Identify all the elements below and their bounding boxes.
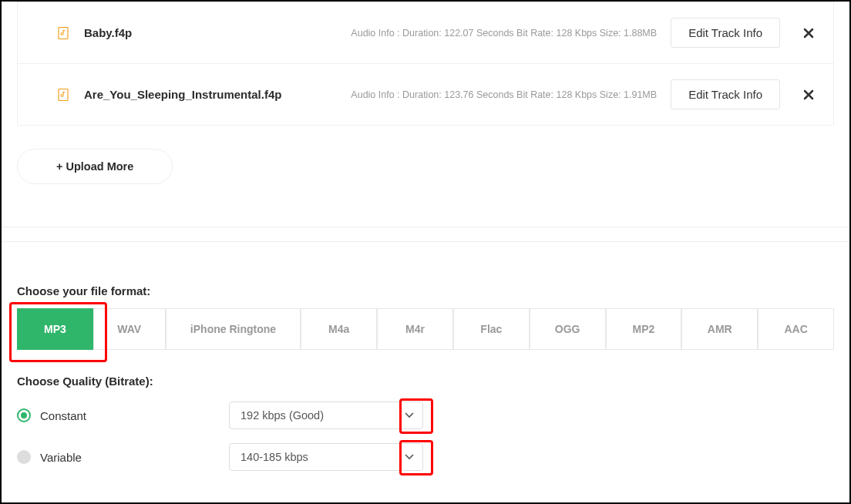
section-divider bbox=[2, 227, 849, 242]
close-icon[interactable] bbox=[803, 28, 814, 39]
file-name: Are_You_Sleeping_Instrumental.f4p bbox=[84, 88, 281, 101]
audio-info: Audio Info : Duration: 122.07 Seconds Bi… bbox=[351, 28, 657, 39]
upload-more-button[interactable]: + Upload More bbox=[17, 149, 173, 184]
file-row: Are_You_Sleeping_Instrumental.f4p Audio … bbox=[17, 64, 834, 126]
variable-radio[interactable] bbox=[17, 450, 31, 464]
constant-bitrate-select[interactable]: 192 kbps (Good) bbox=[229, 402, 423, 429]
format-tab-m4a[interactable]: M4a bbox=[301, 308, 377, 350]
audio-file-icon bbox=[56, 26, 70, 40]
file-name: Baby.f4p bbox=[84, 26, 132, 39]
format-tab-ogg[interactable]: OGG bbox=[530, 308, 606, 350]
format-tab-m4r[interactable]: M4r bbox=[377, 308, 453, 350]
variable-radio-label: Variable bbox=[40, 451, 82, 464]
format-tab-wav[interactable]: WAV bbox=[93, 308, 166, 350]
edit-track-info-button[interactable]: Edit Track Info bbox=[671, 79, 780, 109]
close-icon[interactable] bbox=[803, 89, 814, 100]
quality-section-label: Choose Quality (Bitrate): bbox=[17, 375, 834, 388]
format-tab-mp3[interactable]: MP3 bbox=[17, 308, 93, 350]
audio-file-icon bbox=[56, 88, 70, 102]
constant-radio-label: Constant bbox=[40, 409, 86, 422]
format-tab-iphone[interactable]: iPhone Ringtone bbox=[166, 308, 301, 350]
format-tab-mp2[interactable]: MP2 bbox=[606, 308, 682, 350]
format-section-label: Choose your file format: bbox=[17, 284, 834, 297]
file-row: Baby.f4p Audio Info : Duration: 122.07 S… bbox=[17, 2, 834, 64]
edit-track-info-button[interactable]: Edit Track Info bbox=[671, 18, 780, 48]
format-tabs: MP3 WAV iPhone Ringtone M4a M4r Flac OGG… bbox=[17, 308, 834, 350]
format-tab-aac[interactable]: AAC bbox=[758, 308, 834, 350]
format-tab-flac[interactable]: Flac bbox=[453, 308, 530, 350]
variable-bitrate-select[interactable]: 140-185 kbps bbox=[229, 443, 423, 471]
audio-info: Audio Info : Duration: 123.76 Seconds Bi… bbox=[351, 89, 657, 100]
constant-radio[interactable] bbox=[17, 408, 31, 422]
format-tab-amr[interactable]: AMR bbox=[681, 308, 758, 350]
